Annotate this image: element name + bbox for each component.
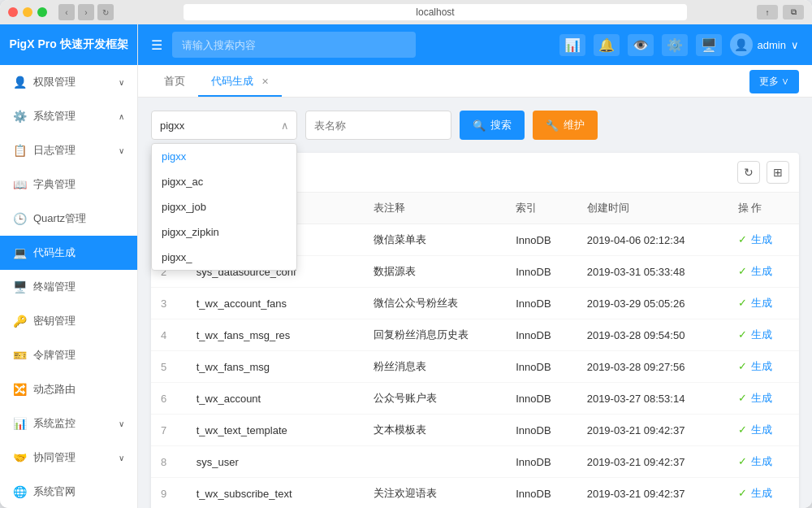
tab-close-icon[interactable]: ✕	[261, 76, 269, 86]
sidebar-item-monitor[interactable]: 📊 系统监控 ∨	[0, 406, 137, 441]
back-btn[interactable]: ‹	[58, 4, 75, 20]
sidebar-item-log[interactable]: 📋 日志管理 ∨	[0, 133, 137, 167]
share-btn[interactable]: ↑	[757, 5, 778, 20]
cell-num: 9	[151, 478, 187, 509]
titlebar-actions: ↑ ⧉	[757, 5, 804, 20]
cell-time: 2019-03-28 09:54:50	[577, 319, 728, 351]
sidebar-item-route[interactable]: 🔀 动态路由	[0, 372, 137, 406]
cell-name: t_wx_text_template	[187, 415, 365, 446]
system-icon: ⚙️	[13, 110, 27, 123]
header-screen-icon[interactable]: 🖥️	[696, 34, 722, 56]
generate-link[interactable]: 生成	[751, 297, 772, 309]
cell-time: 2019-03-21 09:42:37	[577, 478, 728, 509]
dropdown-item-pigxx-blank[interactable]: pigxx_	[152, 245, 296, 270]
cell-engine: InnoDB	[506, 351, 577, 383]
generate-link[interactable]: 生成	[751, 423, 772, 436]
address-bar[interactable]: localhost	[184, 4, 687, 20]
sidebar-item-token[interactable]: 🎫 令牌管理	[0, 338, 137, 372]
table-row: 7 t_wx_text_template 文本模板表 InnoDB 2019-0…	[151, 415, 799, 446]
table-row: 4 t_wx_fans_msg_res 回复粉丝消息历史表 InnoDB 201…	[151, 319, 799, 351]
datasource-select[interactable]: pigxx pigxx_ac pigxx_job pigxx_zipkin pi…	[151, 111, 297, 140]
filter-row: pigxx pigxx_ac pigxx_job pigxx_zipkin pi…	[151, 111, 799, 140]
chevron-icon: ∧	[119, 112, 124, 121]
chevron-icon: ∨	[119, 78, 124, 87]
cell-num: 7	[151, 415, 187, 446]
username: admin	[758, 39, 786, 51]
layout-icon[interactable]: ⊞	[767, 161, 789, 184]
cell-engine: InnoDB	[506, 478, 577, 509]
sidebar-item-code[interactable]: 💻 代码生成	[0, 236, 137, 270]
table-name-input[interactable]	[305, 111, 451, 140]
content-area: ☰ 📊 🔔 👁️ ⚙️ 🖥️ 👤 admin ∨	[138, 24, 812, 508]
cell-comment: 微信公众号粉丝表	[364, 288, 506, 319]
sidebar-item-system[interactable]: ⚙️ 系统管理 ∧	[0, 99, 137, 133]
generate-link[interactable]: 生成	[751, 487, 772, 499]
nav-buttons: ‹ › ↻	[58, 4, 114, 20]
cell-comment: 关注欢迎语表	[364, 478, 506, 509]
cell-comment: 回复粉丝消息历史表	[364, 319, 506, 351]
titlebar: ‹ › ↻ localhost ↑ ⧉	[0, 0, 812, 24]
forward-btn[interactable]: ›	[78, 4, 94, 20]
col-header-time: 创建时间	[577, 193, 728, 224]
app-window: ‹ › ↻ localhost ↑ ⧉ PigX Pro 快速开发框架 👤 权限…	[0, 0, 812, 508]
dropdown-item-pigxx-zipkin[interactable]: pigxx_zipkin	[152, 219, 296, 245]
search-input[interactable]	[172, 32, 416, 58]
maintain-button[interactable]: 🔧 维护	[533, 111, 598, 140]
sidebar-item-quartz[interactable]: 🕒 Quartz管理	[0, 202, 137, 236]
refresh-icon[interactable]: ↻	[737, 161, 760, 184]
check-icon: ✓	[738, 360, 747, 372]
datasource-select-wrapper: pigxx pigxx_ac pigxx_job pigxx_zipkin pi…	[151, 111, 297, 140]
dropdown-item-pigxx-ac[interactable]: pigxx_ac	[152, 169, 296, 194]
app-body: PigX Pro 快速开发框架 👤 权限管理 ∨ ⚙️ 系统管理 ∧ 📋	[0, 24, 812, 508]
check-icon: ✓	[738, 392, 747, 404]
datasource-dropdown: pigxx pigxx_ac pigxx_job pigxx_zipkin pi…	[151, 143, 297, 271]
table-row: 6 t_wx_account 公众号账户表 InnoDB 2019-03-27 …	[151, 383, 799, 415]
sidebar-item-auth[interactable]: 👤 权限管理 ∨	[0, 65, 137, 99]
menu-toggle-btn[interactable]: ☰	[151, 37, 162, 53]
sidebar-item-secret[interactable]: 🔑 密钥管理	[0, 304, 137, 338]
header-chart-icon[interactable]: 📊	[559, 34, 585, 56]
avatar: 👤	[730, 33, 753, 56]
header-gear-icon[interactable]: ⚙️	[662, 34, 688, 56]
tab-code-gen[interactable]: 代码生成 ✕	[198, 67, 282, 97]
newwin-btn[interactable]: ⧉	[783, 5, 804, 20]
cell-num: 4	[151, 319, 187, 351]
tabs-bar: 首页 代码生成 ✕ 更多 ∨	[138, 65, 812, 98]
cell-action: ✓ 生成	[728, 383, 800, 415]
search-icon: 🔍	[473, 119, 486, 132]
cell-num: 6	[151, 383, 187, 415]
cell-action: ✓ 生成	[728, 319, 800, 351]
user-area[interactable]: 👤 admin ∨	[730, 33, 799, 56]
dropdown-item-pigxx-job[interactable]: pigxx_job	[152, 194, 296, 219]
sidebar-item-terminal[interactable]: 🖥️ 终端管理	[0, 270, 137, 304]
generate-link[interactable]: 生成	[751, 392, 772, 404]
dropdown-item-pigxx[interactable]: pigxx	[152, 144, 296, 169]
header-bell-icon[interactable]: 🔔	[594, 34, 620, 56]
code-icon: 💻	[13, 246, 27, 259]
generate-link[interactable]: 生成	[751, 328, 772, 341]
sidebar-item-website[interactable]: 🌐 系统官网	[0, 475, 137, 508]
terminal-icon: 🖥️	[13, 280, 27, 293]
sidebar-item-dict[interactable]: 📖 字典管理	[0, 167, 137, 202]
generate-link[interactable]: 生成	[751, 455, 772, 467]
cell-action: ✓ 生成	[728, 288, 800, 319]
cell-name: sys_user	[187, 446, 365, 478]
sidebar-item-collab[interactable]: 🤝 协同管理 ∨	[0, 441, 137, 475]
generate-link[interactable]: 生成	[751, 360, 772, 372]
generate-link[interactable]: 生成	[751, 233, 772, 245]
maximize-btn[interactable]	[37, 7, 47, 17]
user-chevron-icon: ∨	[791, 39, 799, 51]
search-button[interactable]: 🔍 搜索	[460, 111, 525, 140]
cell-engine: InnoDB	[506, 415, 577, 446]
route-icon: 🔀	[13, 383, 27, 396]
header-eye-icon[interactable]: 👁️	[628, 34, 654, 56]
secret-icon: 🔑	[13, 315, 27, 328]
tab-home[interactable]: 首页	[151, 67, 198, 97]
generate-link[interactable]: 生成	[751, 265, 772, 277]
minimize-btn[interactable]	[23, 7, 32, 17]
tab-more-btn[interactable]: 更多 ∨	[749, 70, 799, 93]
close-btn[interactable]	[8, 7, 18, 17]
reload-btn[interactable]: ↻	[97, 4, 114, 20]
cell-engine: InnoDB	[506, 288, 577, 319]
table-row: 9 t_wx_subscribe_text 关注欢迎语表 InnoDB 2019…	[151, 478, 799, 509]
